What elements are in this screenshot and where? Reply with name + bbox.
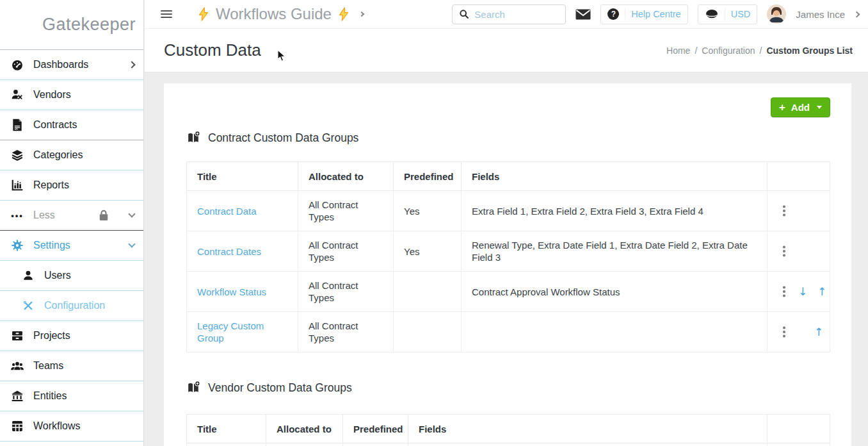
table-row: Contract Data All Contract Types Yes Ext…	[187, 191, 830, 231]
chevron-down-icon	[128, 210, 135, 217]
col-title: Title	[187, 415, 266, 443]
user-menu-chevron-icon[interactable]	[854, 11, 860, 17]
sidebar-item-label: Less	[33, 210, 55, 221]
cell-fields: NetSuite Update Status	[408, 443, 768, 446]
lock-icon	[99, 210, 109, 221]
lightning-icon	[198, 7, 209, 21]
sidebar-item-label: Entities	[33, 390, 67, 402]
col-title: Title	[187, 162, 298, 191]
row-menu-kebab-icon[interactable]	[780, 205, 788, 217]
group-title-link[interactable]: Workflow Status	[197, 286, 266, 297]
sidebar-item-users[interactable]: Users	[0, 261, 143, 291]
sidebar-item-label: Teams	[33, 360, 63, 372]
question-icon: ?	[607, 8, 619, 20]
layers-icon	[10, 149, 24, 161]
sidebar-item-label: Categories	[33, 149, 83, 161]
caret-down-icon	[817, 106, 822, 109]
page-header: Custom Data Home / Configuration / Custo…	[145, 29, 868, 72]
cell-allocated: All Contract Types	[298, 312, 394, 352]
sidebar-item-vendors[interactable]: Vendors	[0, 80, 143, 110]
sidebar-item-categories[interactable]: Categories	[0, 140, 143, 170]
sidebar-item-contracts[interactable]: Contracts	[0, 110, 143, 140]
move-up-icon[interactable]: ↑	[814, 326, 823, 338]
guide-title: Workflows Guide	[216, 5, 332, 23]
sidebar-item-teams[interactable]: Teams	[0, 351, 143, 381]
cell-allocated: All Contract Types	[298, 272, 394, 312]
search-box	[452, 4, 566, 24]
book-plus-icon	[186, 131, 200, 145]
user-name[interactable]: James Ince	[796, 9, 845, 20]
brand-logo[interactable]: Gatekeeper	[0, 0, 143, 50]
sidebar-item-reports[interactable]: Reports	[0, 170, 143, 201]
cell-allocated: All Contract Types	[298, 231, 394, 272]
group-title-link[interactable]: Contract Dates	[197, 246, 261, 257]
sidebar-item-label: Dashboards	[33, 59, 88, 70]
book-plus-icon	[186, 381, 200, 395]
table-header-row: Title Allocated to Predefined Fields	[187, 415, 830, 443]
sidebar-item-entities[interactable]: Entities	[0, 381, 143, 411]
plus-icon: +	[779, 102, 785, 113]
group-title-link[interactable]: Legacy Custom Group	[197, 320, 264, 343]
add-button[interactable]: + Add	[771, 97, 830, 117]
custom-groups-card: + Add Contract Custom Data Groups Title …	[164, 83, 851, 446]
sidebar-item-configuration[interactable]: Configuration	[0, 291, 143, 321]
move-up-icon[interactable]: ↑	[817, 286, 826, 298]
contract-icon	[10, 119, 24, 131]
table-row: Contract Dates All Contract Types Yes Re…	[187, 231, 830, 272]
table-row: Legacy Custom Group All Contract Types ↑	[187, 312, 830, 352]
cell-fields: Renewal Type, Extra Date Field 1, Extra …	[462, 231, 768, 272]
workflows-guide-banner[interactable]: Workflows Guide	[198, 5, 364, 23]
col-allocated: Allocated to	[266, 415, 343, 443]
cell-fields	[462, 312, 768, 352]
col-predefined: Predefined	[343, 415, 408, 443]
contract-groups-table: Title Allocated to Predefined Fields Con…	[186, 161, 830, 352]
sidebar-item-settings[interactable]: Settings	[0, 231, 143, 261]
gatekeeper-logo-icon	[8, 11, 36, 39]
cell-predefined: Vendor Data	[343, 443, 408, 446]
team-icon	[10, 359, 24, 372]
cell-fields: Contract Approval Workflow Status	[462, 272, 768, 312]
group-title-link[interactable]: Contract Data	[197, 206, 257, 217]
brand-name: Gatekeeper	[42, 15, 136, 35]
hamburger-menu-icon[interactable]	[161, 8, 172, 20]
search-icon	[459, 9, 469, 19]
row-menu-kebab-icon[interactable]	[780, 245, 788, 257]
currency-selector-button[interactable]: USD	[698, 4, 758, 24]
topbar: Workflows Guide ? Help Centre USD	[145, 0, 868, 29]
cell-predefined: Yes	[394, 191, 462, 231]
section-title-text: Vendor Custom Data Groups	[208, 381, 352, 395]
coins-icon	[705, 9, 719, 19]
vendors-icon	[10, 88, 24, 101]
sidebar-item-dashboards[interactable]: Dashboards	[0, 50, 143, 80]
add-button-label: Add	[791, 102, 810, 113]
help-centre-label: Help Centre	[631, 9, 680, 19]
ellipsis-icon: •••	[10, 211, 24, 220]
breadcrumb-separator: /	[760, 45, 762, 56]
avatar[interactable]	[767, 4, 786, 24]
main-content: + Add Contract Custom Data Groups Title …	[145, 72, 868, 446]
help-centre-button[interactable]: ? Help Centre	[600, 4, 687, 24]
tools-icon	[21, 300, 35, 311]
sidebar-item-label: Settings	[33, 240, 70, 251]
row-menu-kebab-icon[interactable]	[780, 326, 788, 338]
sidebar-item-label: Projects	[33, 330, 70, 342]
col-fields: Fields	[408, 415, 768, 443]
sidebar-item-workflows[interactable]: Workflows	[0, 411, 143, 442]
row-menu-kebab-icon[interactable]	[780, 286, 788, 297]
breadcrumb-configuration[interactable]: Configuration	[702, 45, 755, 56]
breadcrumb-home[interactable]: Home	[666, 45, 690, 56]
chevron-right-icon[interactable]	[359, 12, 364, 17]
sidebar: Gatekeeper Dashboards Vendors Contracts	[0, 0, 144, 446]
move-down-icon[interactable]: ↓	[798, 286, 807, 298]
vendor-groups-table: Title Allocated to Predefined Fields Sup…	[186, 414, 830, 446]
section-title-vendor: Vendor Custom Data Groups	[186, 381, 851, 395]
gear-icon	[10, 239, 24, 252]
bar-chart-icon	[10, 179, 24, 192]
messages-icon[interactable]	[575, 9, 591, 20]
section-title-contract: Contract Custom Data Groups	[186, 83, 851, 145]
sidebar-item-less[interactable]: ••• Less	[0, 201, 143, 231]
chevron-right-icon	[128, 61, 135, 68]
sidebar-item-projects[interactable]: Projects	[0, 321, 143, 351]
col-actions	[768, 415, 830, 443]
search-input[interactable]	[474, 9, 551, 20]
